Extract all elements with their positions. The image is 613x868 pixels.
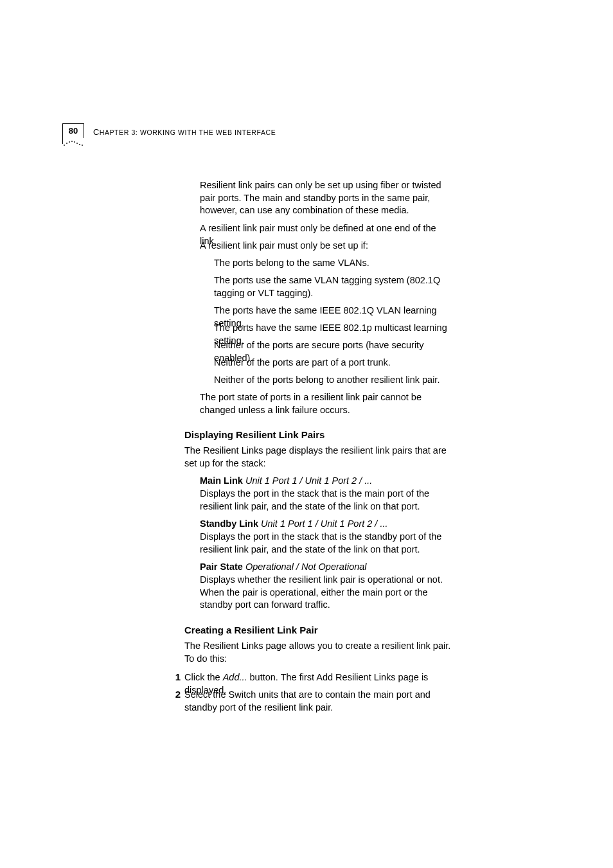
- paragraph: Resilient link pairs can only be set up …: [200, 179, 451, 217]
- svg-point-2: [69, 141, 70, 143]
- term-label: Main Link: [200, 475, 243, 486]
- svg-point-0: [64, 145, 65, 146]
- chapter-text: HAPTER 3: WORKING WITH THE WEB INTERFACE: [100, 128, 276, 136]
- page: { "header": { "page_number": "80", "chap…: [0, 0, 613, 868]
- running-header: CHAPTER 3: WORKING WITH THE WEB INTERFAC…: [93, 127, 276, 137]
- paragraph: The port state of ports in a resilient l…: [200, 391, 451, 416]
- svg-point-4: [74, 141, 75, 143]
- svg-point-7: [82, 145, 83, 146]
- section-heading: Creating a Resilient Link Pair: [184, 624, 451, 637]
- definition-term: Pair State Operational / Not Operational: [200, 561, 451, 574]
- term-options: Operational / Not Operational: [243, 562, 367, 572]
- term-options: Unit 1 Port 1 / Unit 1 Port 2 / ...: [243, 475, 372, 486]
- paragraph: The Resilient Links page displays the re…: [184, 445, 451, 470]
- list-item: The ports belong to the same VLANs.: [214, 257, 451, 270]
- term-label: Standby Link: [200, 518, 258, 529]
- step-text: Select the Switch units that are to cont…: [184, 689, 451, 714]
- definition-term: Main Link Unit 1 Port 1 / Unit 1 Port 2 …: [200, 475, 451, 488]
- definition-desc: Displays whether the resilient link pair…: [200, 574, 451, 612]
- definition-desc: Displays the port in the stack that is t…: [200, 488, 451, 513]
- definition-term: Standby Link Unit 1 Port 1 / Unit 1 Port…: [200, 518, 451, 531]
- decorative-dots-icon: [62, 139, 84, 148]
- list-item: Neither of the ports are part of a port …: [214, 357, 451, 369]
- term-options: Unit 1 Port 1 / Unit 1 Port 2 / ...: [258, 518, 387, 529]
- chapter-initial: C: [93, 127, 100, 137]
- svg-point-3: [71, 141, 73, 142]
- list-item: Neither of the ports belong to another r…: [214, 374, 451, 387]
- step-number: 1: [168, 671, 181, 682]
- svg-point-6: [79, 144, 80, 145]
- list-item: The ports use the same VLAN tagging syst…: [214, 274, 451, 299]
- paragraph: The Resilient Links page allows you to c…: [184, 640, 451, 665]
- step-number: 2: [168, 689, 181, 700]
- svg-point-5: [76, 143, 78, 144]
- paragraph: A resilient link pair must only be set u…: [200, 240, 451, 252]
- term-label: Pair State: [200, 562, 243, 572]
- ui-button-name: Add...: [223, 672, 247, 682]
- page-number: 80: [62, 123, 84, 138]
- svg-point-1: [66, 143, 67, 144]
- definition-desc: Displays the port in the stack that is t…: [200, 531, 451, 556]
- step-text-a: Click the: [184, 672, 223, 682]
- section-heading: Displaying Resilient Link Pairs: [184, 429, 451, 441]
